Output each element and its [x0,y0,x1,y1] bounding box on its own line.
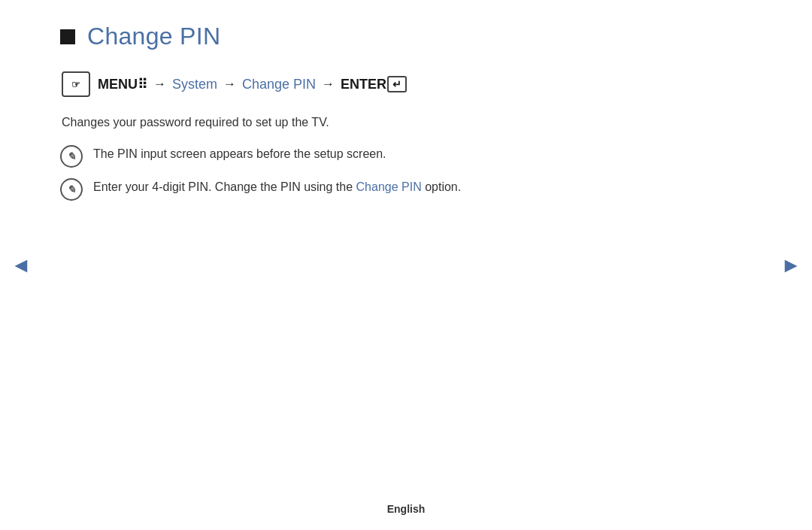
change-pin-nav-label: Change PIN [242,77,316,92]
main-content: Change PIN ☞ MENU ⠿ → System → Change PI… [0,0,812,201]
note-2-before: Enter your 4-digit PIN. Change the PIN u… [93,180,356,193]
nav-row: ☞ MENU ⠿ → System → Change PIN → ENTER ↵ [62,71,752,97]
arrow-3: → [322,77,335,92]
enter-label: ENTER [341,77,386,92]
note-row-2: ✎ Enter your 4-digit PIN. Change the PIN… [60,178,752,201]
menu-label: MENU [98,77,138,92]
note-icon-symbol-2: ✎ [67,183,76,195]
next-button[interactable]: ► [780,253,801,277]
note-text-2: Enter your 4-digit PIN. Change the PIN u… [93,178,461,196]
note-2-link: Change PIN [356,180,422,193]
bullet-square [60,29,75,44]
description-text: Changes your password required to set up… [62,114,752,132]
system-label: System [172,77,217,92]
footer-language: English [387,503,426,515]
note-icon-1: ✎ [60,145,83,168]
menu-icon-symbol: ☞ [71,79,80,90]
heading-row: Change PIN [60,23,752,50]
note-row-1: ✎ The PIN input screen appears before th… [60,145,752,168]
note-2-after: option. [422,180,461,193]
note-text-1: The PIN input screen appears before the … [93,145,386,163]
note-icon-2: ✎ [60,178,83,201]
note-icon-symbol-1: ✎ [67,150,76,162]
menu-bars: ⠿ [138,76,147,92]
enter-icon: ↵ [387,76,407,92]
arrow-2: → [223,77,236,92]
prev-button[interactable]: ◄ [11,253,32,277]
arrow-1: → [153,77,166,92]
page-title: Change PIN [87,23,220,50]
menu-icon: ☞ [62,71,90,97]
